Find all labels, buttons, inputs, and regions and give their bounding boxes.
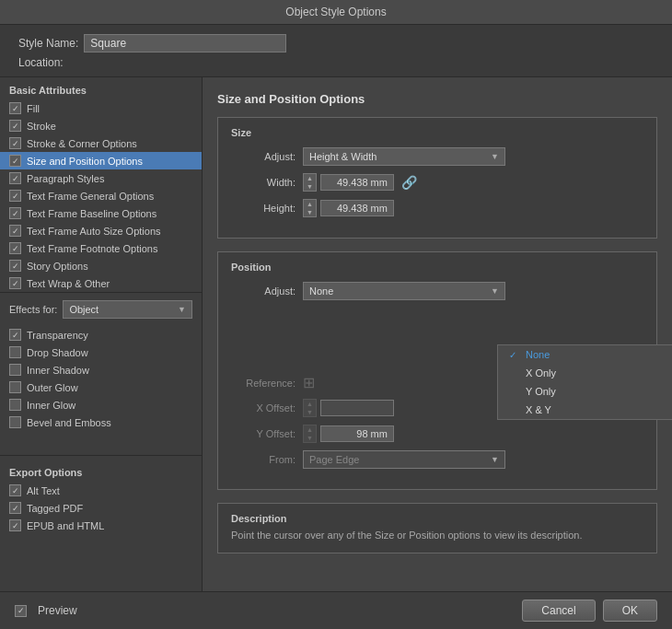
text-frame-footnote-checkbox[interactable] — [9, 242, 21, 254]
text-wrap-checkbox[interactable] — [9, 277, 21, 289]
y-offset-label: Y Offset: — [231, 428, 295, 439]
sidebar-item-bevel-emboss[interactable]: Bevel and Emboss — [0, 414, 202, 431]
preview-label: Preview — [38, 604, 77, 617]
y-offset-input[interactable] — [320, 425, 394, 442]
story-options-label: Story Options — [27, 261, 88, 272]
location-label: Location: — [18, 56, 64, 69]
bevel-emboss-label: Bevel and Emboss — [27, 417, 111, 428]
stroke-corner-checkbox[interactable] — [9, 137, 21, 149]
description-box: Description Point the cursor over any of… — [217, 503, 657, 553]
sidebar-item-story-options[interactable]: Story Options — [0, 257, 202, 274]
dialog-title: Object Style Options — [285, 6, 386, 18]
size-position-checkbox[interactable] — [9, 155, 21, 167]
effects-value: Object — [69, 304, 98, 315]
outer-glow-checkbox[interactable] — [9, 381, 21, 393]
sidebar-item-outer-glow[interactable]: Outer Glow — [0, 379, 202, 396]
effects-dropdown[interactable]: Object ▼ — [63, 300, 192, 319]
bevel-emboss-checkbox[interactable] — [9, 416, 21, 428]
sidebar-item-text-frame-baseline[interactable]: Text Frame Baseline Options — [0, 204, 202, 222]
height-spinner-arrows[interactable]: ▲ ▼ — [303, 199, 317, 217]
inner-shadow-checkbox[interactable] — [9, 364, 21, 376]
alt-text-label: Alt Text — [27, 485, 60, 496]
sidebar-item-transparency[interactable]: Transparency — [0, 326, 202, 344]
text-frame-baseline-checkbox[interactable] — [9, 207, 21, 219]
sidebar-item-text-frame-footnote[interactable]: Text Frame Footnote Options — [0, 239, 202, 257]
link-icon: 🔗 — [401, 175, 417, 190]
dropdown-option-x-y[interactable]: X & Y — [498, 401, 672, 419]
stroke-corner-label: Stroke & Corner Options — [27, 138, 137, 149]
text-frame-general-checkbox[interactable] — [9, 190, 21, 202]
alt-text-checkbox[interactable] — [9, 484, 21, 496]
width-up-arrow[interactable]: ▲ — [304, 174, 316, 182]
dropdown-option-none[interactable]: ✓ None — [498, 345, 672, 364]
epub-html-checkbox[interactable] — [9, 519, 21, 531]
y-offset-spinner: ▲ ▼ — [303, 425, 394, 443]
size-adjust-arrow-icon: ▼ — [491, 152, 499, 161]
position-group-title: Position — [231, 262, 643, 273]
export-section: Export Options Alt Text Tagged PDF EPUB … — [0, 455, 202, 534]
pos-adjust-label: Adjust: — [231, 285, 295, 297]
y-offset-row: Y Offset: ▲ ▼ — [231, 425, 643, 443]
height-spinner: ▲ ▼ — [303, 199, 394, 217]
sidebar-scroll[interactable]: Basic Attributes Fill Stroke Stroke & Co… — [0, 77, 202, 591]
sidebar-item-tagged-pdf[interactable]: Tagged PDF — [0, 499, 202, 517]
size-adjust-value: Height & Width — [309, 151, 377, 162]
effects-label: Effects for: — [9, 304, 57, 315]
basic-attributes-header: Basic Attributes — [0, 77, 202, 99]
text-frame-autosize-checkbox[interactable] — [9, 225, 21, 237]
description-text: Point the cursor over any of the Size or… — [231, 528, 643, 543]
inner-glow-checkbox[interactable] — [9, 399, 21, 411]
description-title: Description — [231, 513, 643, 524]
y-offset-up: ▲ — [304, 425, 316, 434]
sidebar-item-text-wrap[interactable]: Text Wrap & Other — [0, 274, 202, 292]
stroke-label: Stroke — [27, 121, 56, 132]
height-up-arrow[interactable]: ▲ — [304, 200, 316, 208]
size-adjust-row: Adjust: Height & Width ▼ — [231, 147, 643, 166]
sidebar-item-inner-shadow[interactable]: Inner Shadow — [0, 361, 202, 379]
effects-scroll[interactable]: Transparency Drop Shadow Inner Shadow Ou… — [0, 326, 202, 455]
position-group: Position Adjust: None ▼ ✓ None X Only — [217, 251, 657, 490]
sidebar-item-text-frame-autosize[interactable]: Text Frame Auto Size Options — [0, 222, 202, 239]
from-dropdown[interactable]: Page Edge ▼ — [303, 450, 505, 469]
from-value: Page Edge — [309, 454, 359, 465]
sidebar-item-epub-html[interactable]: EPUB and HTML — [0, 517, 202, 534]
epub-html-label: EPUB and HTML — [27, 520, 104, 531]
style-name-input[interactable] — [84, 34, 286, 52]
fill-checkbox[interactable] — [9, 102, 21, 114]
panel-title: Size and Position Options — [217, 92, 657, 106]
width-down-arrow[interactable]: ▼ — [304, 182, 316, 191]
pos-adjust-dropdown[interactable]: None ▼ — [303, 282, 505, 300]
width-spinner-arrows[interactable]: ▲ ▼ — [303, 173, 317, 192]
drop-shadow-checkbox[interactable] — [9, 346, 21, 358]
dropdown-option-x-only[interactable]: X Only — [498, 364, 672, 382]
y-offset-arrows: ▲ ▼ — [303, 425, 317, 443]
story-options-checkbox[interactable] — [9, 260, 21, 272]
width-input[interactable] — [320, 174, 394, 191]
title-bar: Object Style Options — [0, 0, 672, 25]
size-adjust-label: Adjust: — [231, 151, 295, 162]
width-label: Width: — [231, 177, 295, 188]
right-panel: Size and Position Options Size Adjust: H… — [203, 77, 672, 591]
dropdown-option-y-only[interactable]: Y Only — [498, 382, 672, 401]
size-adjust-dropdown[interactable]: Height & Width ▼ — [303, 147, 505, 166]
ok-button[interactable]: OK — [603, 600, 657, 622]
sidebar-item-text-frame-general[interactable]: Text Frame General Options — [0, 187, 202, 204]
tagged-pdf-checkbox[interactable] — [9, 502, 21, 514]
tagged-pdf-label: Tagged PDF — [27, 503, 83, 514]
cancel-button[interactable]: Cancel — [522, 600, 595, 622]
sidebar-item-stroke-corner[interactable]: Stroke & Corner Options — [0, 134, 202, 152]
x-y-label: X & Y — [526, 404, 551, 415]
sidebar-item-stroke[interactable]: Stroke — [0, 117, 202, 134]
sidebar-item-paragraph-styles[interactable]: Paragraph Styles — [0, 169, 202, 187]
stroke-checkbox[interactable] — [9, 120, 21, 132]
sidebar-item-size-position[interactable]: Size and Position Options — [0, 152, 202, 169]
sidebar-item-alt-text[interactable]: Alt Text — [0, 482, 202, 499]
transparency-checkbox[interactable] — [9, 329, 21, 341]
sidebar-item-inner-glow[interactable]: Inner Glow — [0, 396, 202, 414]
sidebar-item-fill[interactable]: Fill — [0, 99, 202, 117]
sidebar-item-drop-shadow[interactable]: Drop Shadow — [0, 344, 202, 361]
height-input[interactable] — [320, 200, 394, 216]
preview-checkbox[interactable] — [15, 605, 27, 617]
paragraph-styles-checkbox[interactable] — [9, 172, 21, 184]
height-down-arrow[interactable]: ▼ — [304, 208, 316, 216]
